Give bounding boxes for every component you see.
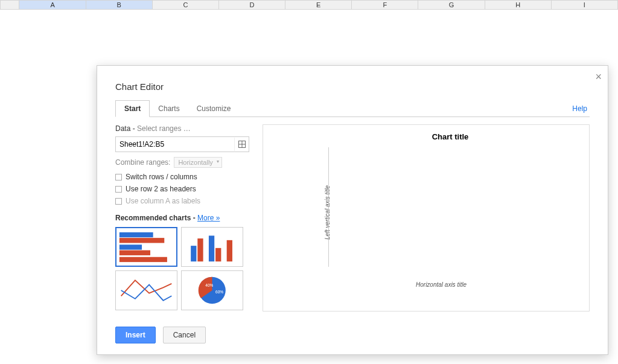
- thumb-line-chart[interactable]: [115, 270, 177, 310]
- tab-customize[interactable]: Customize: [188, 101, 240, 117]
- svg-rect-2: [242, 144, 246, 148]
- checkbox-icon: [115, 174, 122, 180]
- svg-text:40%: 40%: [205, 283, 213, 287]
- tab-charts[interactable]: Charts: [150, 101, 188, 117]
- thumb-pie-chart[interactable]: 40% 60%: [181, 270, 243, 310]
- range-input[interactable]: [116, 140, 234, 148]
- svg-rect-10: [209, 235, 214, 261]
- col-header-E[interactable]: E: [285, 1, 352, 10]
- more-link[interactable]: More »: [197, 214, 220, 222]
- left-pane: Data - Select ranges … Combine ranges: H…: [115, 124, 249, 311]
- chart-title: Chart title: [323, 132, 577, 141]
- col-header-F[interactable]: F: [352, 1, 418, 10]
- col-header-D[interactable]: D: [218, 1, 285, 10]
- check-colA-labels[interactable]: Use column A as labels: [115, 197, 249, 205]
- combine-select[interactable]: Horizontally: [174, 157, 221, 168]
- svg-text:60%: 60%: [215, 290, 223, 294]
- spreadsheet-grid[interactable]: A B C D E F G H I: [0, 0, 618, 10]
- insert-button[interactable]: Insert: [115, 327, 156, 343]
- grid-select-icon[interactable]: [234, 138, 249, 151]
- svg-rect-6: [119, 251, 150, 255]
- col-header-H[interactable]: H: [485, 1, 551, 10]
- col-header-C[interactable]: C: [152, 1, 218, 10]
- combine-label: Combine ranges:: [115, 158, 170, 167]
- col-header-G[interactable]: G: [418, 1, 485, 10]
- svg-rect-12: [227, 240, 232, 261]
- svg-rect-1: [238, 141, 242, 145]
- combine-row: Combine ranges: Horizontally: [115, 157, 249, 168]
- col-header-A[interactable]: A: [19, 1, 86, 10]
- col-header-I[interactable]: I: [551, 1, 617, 10]
- svg-rect-8: [191, 246, 196, 261]
- chart-plot: [328, 147, 559, 267]
- checkbox-icon: [115, 198, 122, 205]
- tab-start[interactable]: Start: [115, 100, 150, 117]
- data-label: Data - Select ranges …: [115, 124, 249, 133]
- dialog-title: Chart Editor: [97, 66, 608, 100]
- x-axis-title: Horizontal axis title: [305, 281, 577, 288]
- range-input-wrap: [115, 136, 249, 152]
- svg-rect-11: [215, 248, 221, 261]
- chart-editor-dialog: × Chart Editor Start Charts Customize He…: [97, 65, 608, 355]
- close-icon[interactable]: ×: [595, 71, 602, 83]
- chart-thumbnails: 40% 60%: [115, 227, 243, 310]
- help-link[interactable]: Help: [572, 104, 587, 117]
- checkbox-icon: [115, 186, 122, 193]
- svg-rect-4: [119, 238, 164, 243]
- check-row2-headers[interactable]: Use row 2 as headers: [115, 185, 249, 193]
- recommended-charts-label: Recommended charts - More »: [115, 214, 249, 222]
- col-header-B[interactable]: B: [86, 1, 152, 10]
- svg-rect-9: [197, 238, 203, 261]
- svg-rect-5: [119, 244, 142, 249]
- svg-rect-7: [119, 257, 167, 262]
- thumb-column-chart[interactable]: [181, 227, 243, 267]
- dialog-tabs: Start Charts Customize Help: [115, 100, 590, 117]
- cancel-button[interactable]: Cancel: [163, 327, 206, 343]
- select-all-corner[interactable]: [1, 1, 19, 10]
- thumb-horizontal-bar[interactable]: [115, 227, 177, 267]
- check-switch-rows[interactable]: Switch rows / columns: [115, 173, 249, 181]
- svg-rect-3: [119, 232, 153, 237]
- chart-preview: Chart title Left vertical axis title Hor…: [263, 124, 590, 311]
